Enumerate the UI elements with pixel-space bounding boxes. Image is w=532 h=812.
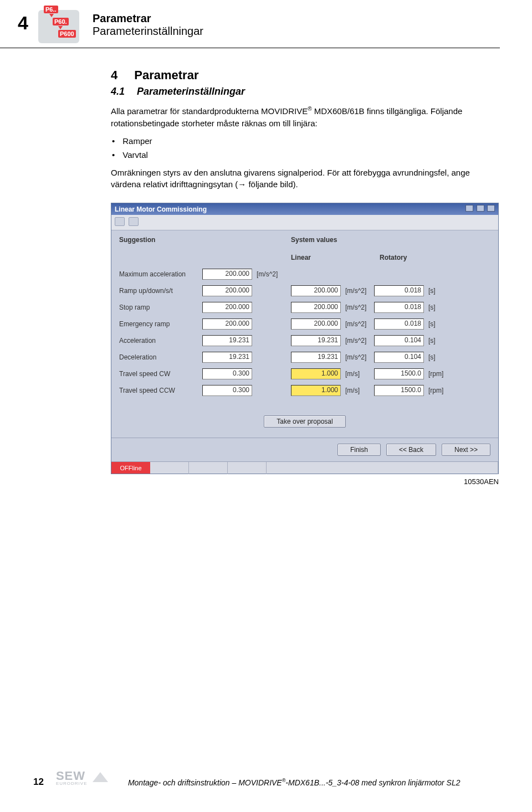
offline-status: OFFline bbox=[111, 462, 150, 474]
print-icon[interactable] bbox=[115, 217, 125, 226]
rotatory-value[interactable]: 0.018 bbox=[374, 285, 424, 296]
status-cell bbox=[189, 462, 228, 474]
logo-triangle-icon bbox=[93, 772, 108, 782]
heading-4-text: Parametrar bbox=[134, 68, 198, 82]
rotatory-unit: [s] bbox=[424, 353, 457, 361]
rotatory-unit: [s] bbox=[424, 304, 457, 311]
bullet-list: Ramper Varvtal bbox=[111, 134, 499, 162]
button-bar: Take over proposal bbox=[119, 415, 490, 428]
rotatory-value[interactable]: 0.104 bbox=[374, 352, 424, 363]
suggestion-unit: [m/s^2] bbox=[252, 270, 285, 278]
rotatory-value[interactable]: 1500.0 bbox=[374, 368, 424, 379]
rotatory-value[interactable]: 0.018 bbox=[374, 302, 424, 313]
suggestion-value[interactable]: 19.231 bbox=[202, 335, 252, 346]
parameter-label: Stop ramp bbox=[119, 304, 202, 311]
status-cell bbox=[228, 462, 267, 474]
suggestion-heading: Suggestion bbox=[119, 236, 291, 244]
rotatory-unit: [s] bbox=[424, 287, 457, 295]
suggestion-value[interactable]: 200.000 bbox=[202, 269, 252, 280]
linear-unit: [m/s^2] bbox=[341, 320, 374, 328]
header-title: Parametrar bbox=[93, 12, 203, 25]
p600-tag: P600 bbox=[58, 30, 76, 38]
parameter-row: Emergency ramp200.000200.000[m/s^2]0.018… bbox=[119, 317, 490, 333]
rotatory-unit: [s] bbox=[424, 337, 457, 345]
rotatory-value[interactable]: 0.018 bbox=[374, 318, 424, 330]
parameter-label: Deceleration bbox=[119, 353, 202, 361]
status-cell bbox=[267, 462, 498, 474]
rotatory-heading: Rotatory bbox=[380, 254, 407, 261]
minimize-icon[interactable] bbox=[466, 205, 473, 212]
parameter-label: Maximum acceleration bbox=[119, 270, 202, 278]
list-item: Ramper bbox=[111, 134, 499, 148]
page-number: 12 bbox=[33, 777, 44, 788]
maximize-icon[interactable] bbox=[477, 205, 484, 212]
status-cell bbox=[150, 462, 189, 474]
rotatory-unit: [rpm] bbox=[424, 387, 457, 394]
commissioning-window: Linear Motor Commissioning Suggestion Sy… bbox=[111, 203, 499, 474]
status-bar: OFFline bbox=[111, 461, 498, 474]
linear-heading: Linear bbox=[291, 254, 344, 261]
rotatory-value[interactable]: 1500.0 bbox=[374, 385, 424, 396]
suggestion-value[interactable]: 0.300 bbox=[202, 368, 252, 379]
back-button[interactable]: << Back bbox=[386, 444, 436, 456]
parameter-row: Stop ramp200.000200.000[m/s^2]0.018[s] bbox=[119, 300, 490, 317]
linear-value[interactable]: 1.000 bbox=[291, 385, 341, 396]
parameter-label: Travel speed CW bbox=[119, 370, 202, 378]
arrow-icon bbox=[49, 14, 54, 17]
linear-unit: [m/s] bbox=[341, 370, 374, 378]
parameter-label: Emergency ramp bbox=[119, 320, 202, 328]
rotatory-value[interactable]: 0.104 bbox=[374, 335, 424, 346]
paragraph-1: Alla parametrar för standardprodukterna … bbox=[111, 105, 499, 130]
sew-logo: SEW EURODRIVE bbox=[56, 771, 106, 793]
next-button[interactable]: Next >> bbox=[442, 444, 490, 456]
linear-value[interactable]: 200.000 bbox=[291, 302, 341, 313]
heading-4-1: 4.1Parameterinställningar bbox=[111, 86, 499, 97]
parameter-row: Acceleration19.23119.231[m/s^2]0.104[s] bbox=[119, 333, 490, 350]
panel: Suggestion System values Linear Rotator bbox=[111, 230, 498, 438]
parameter-label: Ramp up/down/s/t bbox=[119, 287, 202, 295]
linear-value[interactable]: 200.000 bbox=[291, 318, 341, 330]
main-content: 4Parametrar 4.1Parameterinställningar Al… bbox=[0, 68, 532, 486]
footer-text: Montage- och driftsinstruktion – MOVIDRI… bbox=[128, 778, 461, 787]
window-titlebar: Linear Motor Commissioning bbox=[111, 203, 498, 215]
suggestion-value[interactable]: 200.000 bbox=[202, 318, 252, 330]
window-footer-bar: Finish << Back Next >> bbox=[111, 438, 498, 461]
take-over-proposal-button[interactable]: Take over proposal bbox=[264, 415, 345, 428]
linear-unit: [m/s^2] bbox=[341, 304, 374, 311]
list-item: Varvtal bbox=[111, 148, 499, 162]
rotatory-unit: [rpm] bbox=[424, 370, 457, 378]
p60-tag: P60. bbox=[53, 18, 69, 25]
image-id: 10530AEN bbox=[111, 477, 499, 486]
suggestion-value[interactable]: 0.300 bbox=[202, 385, 252, 396]
linear-unit: [m/s^2] bbox=[341, 337, 374, 345]
rotatory-unit: [s] bbox=[424, 320, 457, 328]
window-buttons bbox=[464, 205, 495, 213]
parameter-row: Maximum acceleration200.000[m/s^2] bbox=[119, 267, 490, 284]
arrow-icon bbox=[58, 26, 63, 29]
parameter-label: Travel speed CCW bbox=[119, 387, 202, 394]
system-values-heading: System values bbox=[291, 236, 344, 244]
linear-value[interactable]: 1.000 bbox=[291, 368, 341, 379]
linear-unit: [m/s^2] bbox=[341, 287, 374, 295]
suggestion-value[interactable]: 200.000 bbox=[202, 302, 252, 313]
page-footer: 12 SEW EURODRIVE Montage- och driftsinst… bbox=[0, 771, 532, 793]
header-titles: Parametrar Parameterinställningar bbox=[93, 10, 203, 38]
finish-button[interactable]: Finish bbox=[337, 444, 381, 456]
linear-value[interactable]: 19.231 bbox=[291, 335, 341, 346]
linear-unit: [m/s] bbox=[341, 387, 374, 394]
parameter-row: Travel speed CW0.3001.000[m/s]1500.0[rpm… bbox=[119, 367, 490, 383]
paragraph-2: Omräkningen styrs av den anslutna givare… bbox=[111, 167, 499, 191]
heading-4-1-number: 4.1 bbox=[111, 86, 125, 97]
p6-tag: P6.. bbox=[44, 6, 58, 13]
close-icon[interactable] bbox=[487, 205, 495, 212]
window-toolbar bbox=[111, 215, 498, 230]
help-icon[interactable] bbox=[129, 217, 139, 226]
linear-value[interactable]: 200.000 bbox=[291, 285, 341, 296]
suggestion-value[interactable]: 200.000 bbox=[202, 285, 252, 296]
suggestion-value[interactable]: 19.231 bbox=[202, 352, 252, 363]
header-subtitle: Parameterinställningar bbox=[93, 25, 203, 38]
heading-4-number: 4 bbox=[111, 68, 117, 82]
linear-value[interactable]: 19.231 bbox=[291, 352, 341, 363]
linear-unit: [m/s^2] bbox=[341, 353, 374, 361]
heading-4: 4Parametrar bbox=[111, 68, 499, 83]
